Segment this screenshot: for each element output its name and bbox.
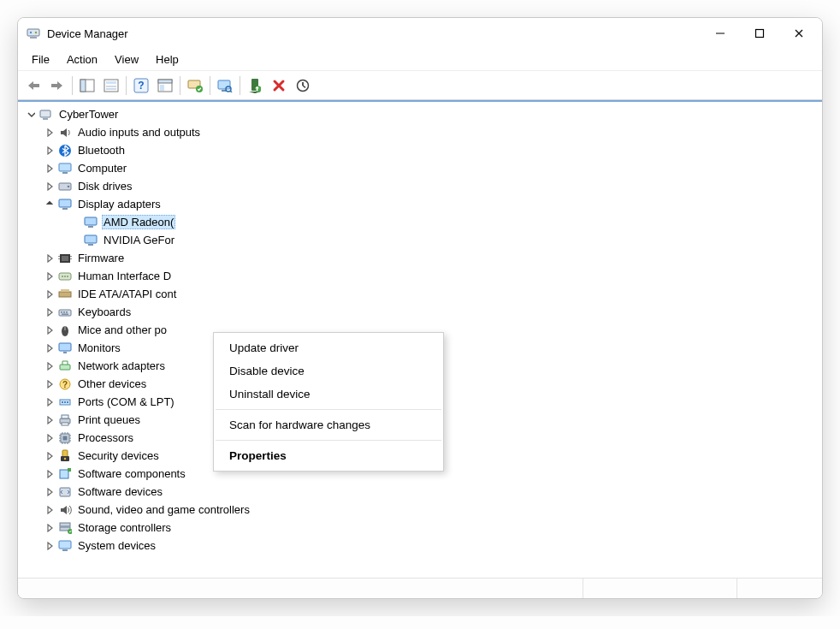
properties-button[interactable] bbox=[154, 74, 176, 97]
expander-closed-icon[interactable] bbox=[44, 450, 56, 462]
mouse-icon bbox=[57, 323, 73, 338]
expander-closed-icon[interactable] bbox=[44, 540, 56, 552]
expander-closed-icon[interactable] bbox=[44, 504, 56, 516]
expander-closed-icon[interactable] bbox=[44, 288, 56, 300]
expander-closed-icon[interactable] bbox=[44, 252, 56, 264]
menu-file[interactable]: File bbox=[23, 50, 58, 68]
tree-category[interactable]: Display adapters bbox=[21, 195, 813, 213]
forward-button[interactable] bbox=[46, 74, 68, 97]
svg-rect-28 bbox=[59, 163, 71, 171]
device-manager-window: Device Manager File Action View Help bbox=[17, 17, 823, 599]
svg-rect-40 bbox=[58, 256, 60, 257]
expander-closed-icon[interactable] bbox=[44, 378, 56, 390]
tree-category[interactable]: Disk drives bbox=[21, 177, 813, 195]
disk-icon bbox=[57, 179, 73, 194]
expander-closed-icon[interactable] bbox=[44, 127, 56, 139]
tree-category[interactable]: Storage controllers bbox=[21, 519, 813, 537]
context-menu-item[interactable]: Scan for hardware changes bbox=[214, 413, 443, 436]
show-hide-tree-button[interactable] bbox=[76, 74, 98, 97]
expander-closed-icon[interactable] bbox=[44, 486, 56, 498]
tree-category-label: Network adapters bbox=[76, 359, 167, 373]
tree-category-label: System devices bbox=[76, 538, 157, 553]
menu-help[interactable]: Help bbox=[147, 50, 187, 68]
expander-closed-icon[interactable] bbox=[44, 396, 56, 408]
maximize-button[interactable] bbox=[740, 20, 779, 47]
expander-closed-icon[interactable] bbox=[44, 468, 56, 480]
tree-category-label: Display adapters bbox=[76, 197, 163, 211]
expander-closed-icon[interactable] bbox=[44, 306, 56, 318]
tree-device[interactable]: NVIDIA GeFor bbox=[21, 231, 813, 249]
context-menu: Update driverDisable deviceUninstall dev… bbox=[213, 332, 444, 472]
tree-root[interactable]: CyberTower bbox=[21, 105, 813, 123]
svg-rect-53 bbox=[66, 312, 68, 313]
expander-closed-icon[interactable] bbox=[44, 432, 56, 444]
tree-category[interactable]: Computer bbox=[21, 159, 813, 177]
svg-rect-75 bbox=[68, 468, 71, 472]
tree-category-label: Storage controllers bbox=[76, 520, 173, 535]
expander-closed-icon[interactable] bbox=[44, 163, 56, 175]
context-menu-item[interactable]: Disable device bbox=[214, 359, 443, 383]
update-driver-button[interactable] bbox=[184, 74, 206, 97]
tree-device-label: AMD Radeon( bbox=[102, 215, 175, 229]
tree-category[interactable]: Keyboards bbox=[21, 303, 813, 321]
tree-device[interactable]: AMD Radeon( bbox=[21, 213, 813, 231]
svg-rect-26 bbox=[43, 118, 48, 120]
svg-rect-65 bbox=[67, 401, 68, 403]
expander-closed-icon[interactable] bbox=[44, 324, 56, 336]
computer-icon bbox=[57, 161, 73, 176]
context-menu-item[interactable]: Properties bbox=[214, 444, 443, 467]
context-menu-item[interactable]: Update driver bbox=[214, 336, 443, 359]
help-button[interactable]: ? bbox=[130, 74, 152, 97]
tree-category[interactable]: Bluetooth bbox=[21, 141, 813, 159]
expander-none bbox=[69, 217, 81, 228]
tree-category[interactable]: System devices bbox=[21, 537, 813, 555]
window-title: Device Manager bbox=[47, 27, 128, 40]
expander-closed-icon[interactable] bbox=[44, 145, 56, 157]
svg-rect-54 bbox=[62, 313, 68, 314]
tree-device-label: NVIDIA GeFor bbox=[102, 233, 176, 247]
context-menu-separator bbox=[216, 440, 441, 441]
expander-closed-icon[interactable] bbox=[44, 342, 56, 354]
network-icon bbox=[57, 359, 73, 374]
expander-closed-icon[interactable] bbox=[44, 360, 56, 372]
stop-button[interactable] bbox=[292, 74, 314, 97]
enable-device-button[interactable] bbox=[244, 74, 266, 97]
back-button[interactable] bbox=[22, 74, 44, 97]
cpu-icon bbox=[57, 430, 73, 446]
tree-category[interactable]: Sound, video and game controllers bbox=[21, 501, 813, 519]
svg-point-73 bbox=[64, 457, 66, 459]
minimize-button[interactable] bbox=[701, 20, 740, 47]
expander-closed-icon[interactable] bbox=[44, 270, 56, 282]
menu-action[interactable]: Action bbox=[58, 50, 106, 68]
tree-category[interactable]: Audio inputs and outputs bbox=[21, 123, 813, 141]
swcomp-icon bbox=[57, 466, 73, 482]
expander-closed-icon[interactable] bbox=[44, 414, 56, 426]
svg-rect-52 bbox=[63, 312, 65, 313]
close-button[interactable] bbox=[779, 20, 819, 47]
svg-text:?: ? bbox=[138, 80, 144, 92]
expander-closed-icon[interactable] bbox=[44, 181, 56, 193]
scan-hardware-button[interactable] bbox=[214, 74, 236, 97]
tree-category[interactable]: Software devices bbox=[21, 483, 813, 501]
properties-pane-button[interactable] bbox=[100, 74, 122, 97]
expander-closed-icon[interactable] bbox=[44, 522, 56, 534]
svg-line-21 bbox=[230, 91, 232, 92]
menu-view[interactable]: View bbox=[106, 50, 147, 68]
uninstall-device-button[interactable] bbox=[268, 74, 290, 97]
tree-category[interactable]: Firmware bbox=[21, 249, 813, 267]
context-menu-item[interactable]: Uninstall device bbox=[214, 383, 443, 406]
tree-category-label: Processors bbox=[76, 430, 135, 445]
tree-category[interactable]: Human Interface D bbox=[21, 267, 813, 285]
svg-rect-32 bbox=[59, 199, 71, 207]
tree-category-label: Print queues bbox=[76, 412, 142, 427]
tree-category[interactable]: IDE ATA/ATAPI cont bbox=[21, 285, 813, 303]
storage-icon bbox=[57, 520, 73, 536]
printer-icon bbox=[57, 412, 73, 428]
display-icon bbox=[57, 197, 73, 212]
tree-category-label: Software components bbox=[76, 466, 187, 481]
svg-rect-77 bbox=[60, 523, 70, 526]
devmgr-app-icon bbox=[27, 27, 40, 40]
expander-open-icon[interactable] bbox=[44, 199, 56, 211]
expander-open-icon[interactable] bbox=[25, 109, 37, 121]
svg-point-3 bbox=[35, 32, 37, 33]
